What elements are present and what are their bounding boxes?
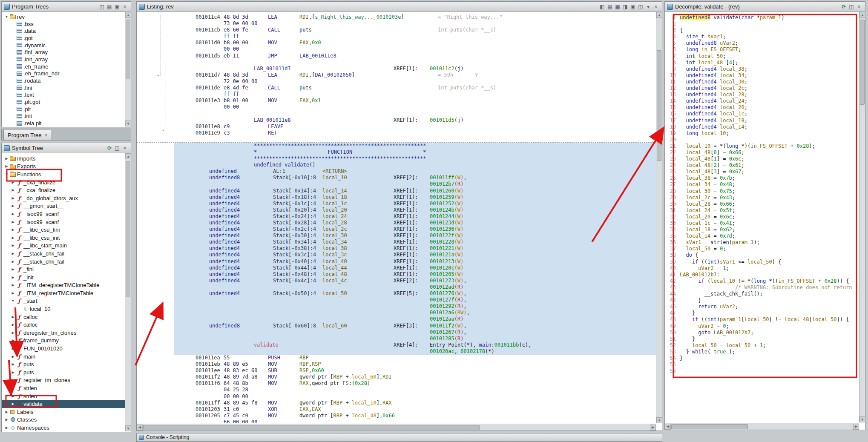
tree-item-_do_global_dtors_aux[interactable]: ▶_do_global_dtors_aux [2, 194, 125, 202]
tree-item-.init[interactable]: .init [2, 113, 125, 120]
scroll-up-icon[interactable]: ▲ [125, 12, 131, 18]
expander-icon[interactable]: ▶ [10, 252, 16, 255]
scroll-thumb[interactable] [126, 161, 130, 297]
tree-item-.rela.plt[interactable]: .rela.plt [2, 120, 125, 126]
tree-item-__libc_csu_fini[interactable]: ▶__libc_csu_fini [2, 226, 125, 234]
tree-item-main[interactable]: ▶main [2, 353, 125, 361]
symbol-tree-scrollbar[interactable]: ▲ ▼ [125, 153, 131, 431]
tree-item-__stack_chk_fail[interactable]: ▶__stack_chk_fail [2, 250, 125, 258]
listing-row[interactable]: 00101205c7 45 c0MOVdword ptr [RBP + loca… [137, 413, 656, 419]
listing-row[interactable]: * FUNCTION * [137, 149, 656, 155]
tree-item-validate[interactable]: ▶validate [2, 400, 125, 408]
decompiler-line[interactable]: 20 [665, 137, 859, 143]
listing-row[interactable]: validateXREF[4]:Entry Point(*), main:001… [137, 342, 656, 348]
listing-row[interactable]: LAB_001011e8XREF[1]:001011d5(j) [137, 117, 656, 123]
decompiler-line[interactable]: 28 local_30 = 0x75; [665, 188, 859, 195]
tree-item-.eh_frame[interactable]: .eh_frame [2, 63, 125, 70]
scroll-right-icon[interactable]: ▶ [853, 424, 859, 430]
tree-item-frame_dummy[interactable]: ▶frame_dummy [2, 337, 125, 345]
close-icon[interactable]: × [121, 144, 129, 152]
listing-row[interactable]: undefined4Stack[-0x38]:4local_38XREF[1]:… [137, 245, 656, 252]
decompiler-line[interactable]: 2 [665, 21, 859, 27]
listing-row[interactable]: undefined4Stack[-0x20]:4local_20XREF[1]:… [137, 207, 656, 213]
copy-icon[interactable]: ◧ [598, 3, 606, 11]
listing-row[interactable]: undefined4Stack[-0x14]:4local_14XREF[1]:… [137, 188, 656, 194]
expander-icon[interactable]: ▼ [4, 15, 9, 19]
decompiler-line[interactable]: 19 long local_10; [665, 130, 859, 137]
tree-item-__libc_start_main[interactable]: ▶__libc_start_main [2, 242, 125, 250]
close-icon[interactable]: × [121, 3, 129, 11]
tree-item-.text[interactable]: .text [2, 92, 125, 99]
decompiler-line[interactable]: 55 [665, 362, 859, 368]
listing-vscrollbar[interactable]: ▲ ▼ [656, 12, 662, 423]
expander-icon[interactable]: ▶ [10, 394, 16, 398]
listing-view[interactable]: ▸ ▸ 001011c448 8d 3dLEARDI,[s_Right_this… [137, 12, 656, 423]
tree-item-_fini[interactable]: ▶_fini [2, 265, 125, 273]
decompiler-line[interactable]: 46 return uVar2; [665, 304, 859, 310]
listing-hscrollbar[interactable]: ◀ ▶ [137, 424, 656, 431]
program-trees-header[interactable]: Program Trees ◫▤▣× [2, 2, 131, 12]
listing-row[interactable]: 00101285(R) [137, 336, 656, 342]
tree-item-strlen[interactable]: ▶strlen [2, 392, 125, 400]
tree-item-.dynamic[interactable]: .dynamic [2, 42, 125, 49]
tree-item-.eh_frame_hdr[interactable]: .eh_frame_hdr [2, 70, 125, 77]
scroll-right-icon[interactable]: ▶ [650, 425, 656, 431]
listing-row[interactable]: undefined4Stack[-0x48]:4local_48XREF[1]:… [137, 271, 656, 278]
tree-item-calloc[interactable]: ▶calloc [2, 321, 125, 329]
listing-row[interactable]: 001011ff48 89 45 f8MOVqword ptr [RBP + l… [137, 400, 656, 406]
listing-row[interactable]: undefined4Stack[-0x18]:4local_18XREF[1]:… [137, 194, 656, 201]
decompiler-line[interactable]: 27 local_34 = 0x48; [665, 181, 859, 188]
decompiler-line[interactable]: 29 local_2c = 0x43; [665, 195, 859, 201]
scroll-down-icon[interactable]: ▼ [125, 121, 131, 126]
listing-row[interactable]: 04 25 28 [137, 387, 656, 393]
decompiler-line[interactable]: 9 undefined4 local_38; [665, 66, 859, 72]
tab-program-tree[interactable]: Program Tree × [3, 130, 52, 140]
decompiler-line[interactable]: 4 size_t sVar1; [665, 34, 859, 40]
tree-item-register_tm_clones[interactable]: ▶register_tm_clones [2, 376, 125, 385]
scroll-down-icon[interactable]: ▼ [656, 417, 662, 423]
expander-icon[interactable]: ▶ [10, 244, 16, 247]
decompiler-line[interactable]: 42 if (local_10 != *(long *)(in_FS_OFFSE… [665, 278, 859, 284]
tree-item-Functions[interactable]: ▼Functions [2, 170, 125, 178]
listing-row[interactable]: 001011d5eb 11JMPLAB_001011e8 [137, 53, 656, 59]
tree-item-_ITM_deregisterTMCloneTable[interactable]: ▶_ITM_deregisterTMCloneTable [2, 281, 125, 290]
listing-row[interactable]: 001011d748 8d 3dLEARDI,[DAT_00102050]= 5… [137, 72, 656, 78]
listing-row[interactable]: undefined8Stack[-0x10]:8local_10XREF[2]:… [137, 175, 656, 181]
decompiler-line[interactable]: 56 [665, 368, 859, 374]
scroll-down-icon[interactable]: ▼ [859, 416, 865, 422]
listing-row[interactable]: 001011f664 48 8bMOVRAX,qword ptr FS:[0x2… [137, 380, 656, 387]
decompiler-line[interactable]: 13 undefined4 local_28; [665, 92, 859, 98]
scroll-thumb[interactable] [671, 424, 748, 429]
listing-row[interactable]: 001011eb48 89 e5MOVRBP,RSP [137, 361, 656, 367]
decompiler-line[interactable]: 12 undefined4 local_2c; [665, 85, 859, 92]
decompiler-view[interactable]: 1undefined8 validate(char *param_1)23{4 … [665, 12, 859, 422]
listing-header[interactable]: Listing: rev ◧▤▦◨▣◫▾× [137, 2, 662, 12]
listing-row[interactable] [137, 110, 656, 117]
listing-row[interactable]: undefined4Stack[-0x4c]:4local_4cXREF[2]:… [137, 278, 656, 284]
listing-row[interactable]: undefined4Stack[-0x50]:4local_50XREF[5]:… [137, 290, 656, 297]
listing-row[interactable]: undefined validate() [137, 162, 656, 168]
decompiler-line[interactable]: 23 local_48[1] = 0x6c; [665, 156, 859, 162]
decompiler-line[interactable]: 24 local_48[2] = 0x61; [665, 162, 859, 169]
expander-icon[interactable]: ▶ [10, 204, 16, 208]
tree-item-_start[interactable]: ▼_start [2, 297, 125, 305]
listing-row[interactable]: 001011dee8 4d feCALLputsint puts(char *_… [137, 85, 656, 91]
tree-item-.data[interactable]: .data [2, 27, 125, 34]
tree-item-.init_array[interactable]: .init_array [2, 56, 125, 63]
listing-row[interactable]: 001012a6(RW), [137, 310, 656, 316]
tree-item-local_10[interactable]: local_10 [2, 305, 125, 313]
tree-item-.bss[interactable]: .bss [2, 20, 125, 28]
decompiler-line[interactable]: 51 } [665, 336, 859, 342]
decompiler-line[interactable]: 22 local_48[0] = 0x66; [665, 149, 859, 156]
console-header[interactable]: Console - Scripting [137, 433, 662, 442]
expander-icon[interactable]: ▶ [10, 331, 16, 335]
decompiler-line[interactable]: 36 sVar1 = strlen(param_1); [665, 239, 859, 246]
decompiler-line[interactable]: 6 long in_FS_OFFSET; [665, 46, 859, 53]
scroll-thumb[interactable] [860, 20, 865, 105]
listing-row[interactable]: ****************************************… [137, 155, 656, 162]
expander-icon[interactable]: ▶ [4, 410, 9, 414]
decompiler-line[interactable]: 34 local_18 = 0x62; [665, 227, 859, 233]
expander-icon[interactable]: ▶ [10, 323, 16, 327]
scroll-left-icon[interactable]: ◀ [137, 425, 143, 431]
tree-item-deregister_tm_clones[interactable]: ▶deregister_tm_clones [2, 329, 125, 337]
